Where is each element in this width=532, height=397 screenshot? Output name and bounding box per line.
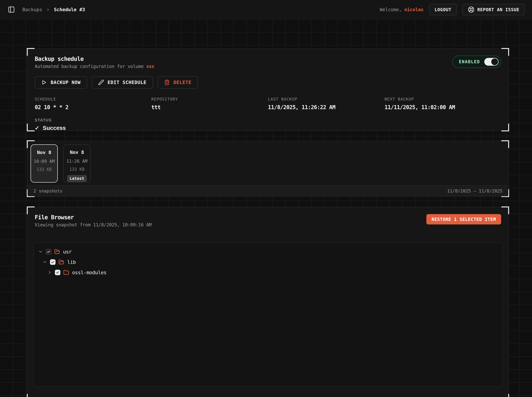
- snapshot-date: Nov 8: [37, 150, 51, 155]
- breadcrumb: Backups > Schedule #3: [22, 7, 85, 12]
- subtitle-prefix: Automated backup configuration for volum…: [35, 64, 146, 69]
- file-browser-subtitle: Viewing snapshot from 11/8/2025, 10:09:1…: [35, 222, 152, 228]
- edit-schedule-label: EDIT SCHEDULE: [108, 80, 146, 85]
- corner-bracket: [501, 124, 509, 131]
- file-browser-panel: File Browser Viewing snapshot from 11/8/…: [27, 207, 509, 397]
- report-issue-button[interactable]: REPORT AN ISSUE: [462, 4, 525, 15]
- backup-schedule-panel: Backup schedule Automated backup configu…: [27, 49, 509, 131]
- page-title: Backup schedule: [35, 56, 154, 62]
- field-schedule: SCHEDULE 02 10 * * 2: [35, 97, 152, 111]
- corner-bracket: [501, 394, 509, 397]
- backup-now-button[interactable]: BACKUP NOW: [35, 76, 87, 88]
- chevron-down-icon[interactable]: [43, 260, 47, 264]
- snapshot-time: 11:26 AM: [66, 159, 88, 164]
- folder-icon: [63, 270, 69, 275]
- delete-button[interactable]: DELETE: [158, 76, 198, 88]
- snapshots-panel: Nov 8 10:09 AM 133 KB Nov 8 11:26 AM 133…: [27, 141, 509, 197]
- enabled-label: ENABLED: [459, 59, 480, 64]
- tree-row-ossl-modules[interactable]: ossl-modules: [47, 267, 498, 278]
- snapshots-footer: 2 snapshots 11/8/2025 – 11/8/2025: [28, 185, 508, 196]
- field-value: 02 10 * * 2: [35, 104, 152, 111]
- checkbox-checked[interactable]: [55, 270, 60, 275]
- restore-button[interactable]: RESTORE 1 SELECTED ITEM: [426, 214, 501, 224]
- field-label: SCHEDULE: [35, 97, 152, 101]
- welcome-text: Welcome, nicolas: [380, 7, 424, 12]
- snapshot-time: 10:09 AM: [34, 159, 55, 164]
- tree-item-label: ossl-modules: [72, 270, 107, 275]
- enabled-toggle[interactable]: ENABLED: [452, 56, 501, 68]
- snapshot-size: 133 KB: [69, 167, 85, 172]
- snapshot-count: 2 snapshots: [33, 188, 63, 193]
- folder-open-icon: [54, 249, 60, 254]
- breadcrumb-separator: >: [47, 7, 49, 12]
- snapshot-date-range: 11/8/2025 – 11/8/2025: [447, 188, 502, 193]
- status-block: STATUS ✓ Success: [35, 118, 501, 131]
- field-last-backup: LAST BACKUP 11/8/2025, 11:26:22 AM: [268, 97, 385, 111]
- snapshot-size: 133 KB: [37, 167, 52, 172]
- check-icon: ✓: [35, 125, 39, 131]
- field-next-backup: NEXT BACKUP 11/11/2025, 11:02:00 AM: [385, 97, 501, 111]
- snapshot-card-selected[interactable]: Nov 8 10:09 AM 133 KB: [31, 144, 58, 183]
- corner-bracket: [501, 48, 509, 56]
- checkbox-checked[interactable]: [50, 259, 56, 265]
- corner-bracket: [27, 48, 35, 56]
- chevron-down-icon[interactable]: [38, 249, 43, 254]
- latest-badge: Latest: [67, 175, 87, 182]
- file-browser-title: File Browser: [35, 214, 152, 221]
- status-label: STATUS: [35, 118, 501, 123]
- field-label: LAST BACKUP: [268, 97, 385, 101]
- sidebar-toggle-button[interactable]: [7, 5, 16, 14]
- report-issue-label: REPORT AN ISSUE: [477, 7, 519, 12]
- toggle-knob: [491, 58, 498, 65]
- backup-now-label: BACKUP NOW: [51, 80, 81, 85]
- play-icon: [41, 80, 47, 85]
- main-area: Backup schedule Automated backup configu…: [0, 19, 532, 397]
- field-repository: REPOSITORY ttt: [152, 97, 268, 111]
- status-badge: Success: [43, 125, 66, 131]
- panel-left-icon: [8, 6, 15, 13]
- checkbox-checked[interactable]: [46, 249, 51, 254]
- field-value: ttt: [152, 104, 268, 111]
- folder-open-icon: [58, 259, 64, 265]
- edit-schedule-button[interactable]: EDIT SCHEDULE: [92, 76, 153, 88]
- tree-item-label: usr: [63, 249, 72, 254]
- snapshot-date: Nov 8: [70, 149, 84, 155]
- logout-button[interactable]: LOGOUT: [429, 4, 457, 15]
- top-bar: Backups > Schedule #3 Welcome, nicolas L…: [0, 0, 532, 19]
- chevron-right-icon[interactable]: [47, 270, 52, 275]
- field-label: NEXT BACKUP: [385, 97, 501, 101]
- toggle-switch[interactable]: [484, 58, 499, 66]
- corner-bracket: [27, 394, 35, 397]
- tree-row-lib[interactable]: lib: [43, 257, 498, 267]
- field-value: 11/8/2025, 11:26:22 AM: [268, 104, 385, 111]
- breadcrumb-current: Schedule #3: [54, 7, 85, 12]
- snapshot-card[interactable]: Nov 8 11:26 AM 133 KB Latest: [63, 144, 91, 183]
- trash-icon: [164, 80, 170, 85]
- life-buoy-icon: [468, 6, 474, 13]
- breadcrumb-parent[interactable]: Backups: [22, 7, 42, 12]
- username: nicolas: [405, 7, 424, 12]
- field-label: REPOSITORY: [152, 97, 268, 101]
- corner-bracket: [27, 124, 35, 131]
- logout-label: LOGOUT: [435, 7, 451, 12]
- tree-item-label: lib: [67, 259, 76, 265]
- file-tree: usr lib: [33, 242, 502, 387]
- field-value: 11/11/2025, 11:02:00 AM: [385, 104, 501, 111]
- pencil-icon: [98, 80, 104, 85]
- welcome-prefix: Welcome,: [380, 7, 402, 12]
- tree-row-usr[interactable]: usr: [38, 247, 498, 257]
- delete-label: DELETE: [173, 80, 191, 85]
- panel-subtitle: Automated backup configuration for volum…: [35, 64, 154, 69]
- volume-name: sss: [146, 64, 154, 69]
